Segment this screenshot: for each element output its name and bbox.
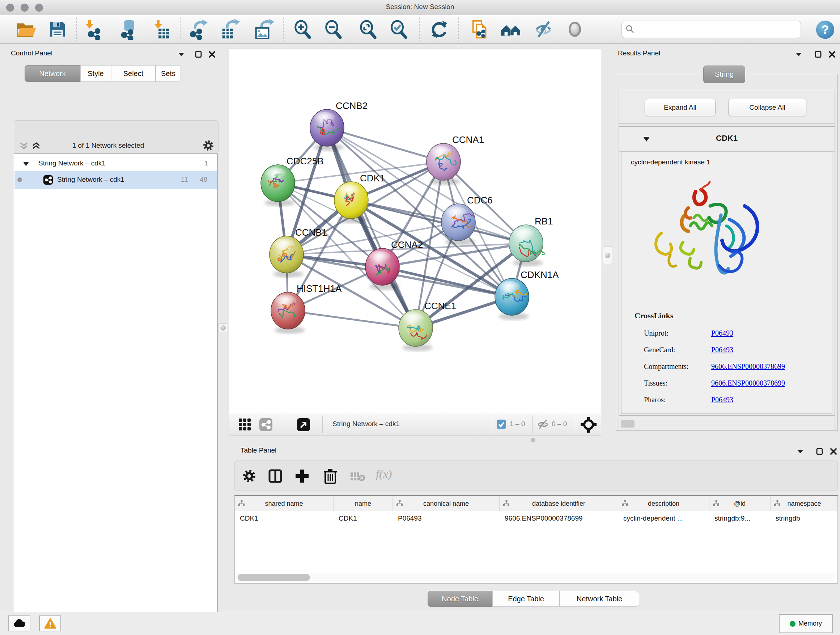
hide-panels-eye-slash-icon[interactable]: [534, 19, 554, 40]
table-cell[interactable]: CDK1: [333, 511, 393, 526]
export-image-icon[interactable]: [253, 19, 274, 40]
right-splitter-handle[interactable]: [603, 246, 612, 264]
crosslink-label: Compartments:: [644, 363, 688, 371]
crosslink-link[interactable]: P06493: [711, 329, 733, 337]
export-network-icon[interactable]: [189, 19, 210, 40]
network-canvas[interactable]: CCNB2CCNA1CDC25BCDK1CDC6RB1CCNB1CCNA2CDK…: [229, 48, 601, 414]
search-field[interactable]: [622, 21, 801, 38]
network-options-gear-icon[interactable]: [202, 140, 214, 151]
network-collection-row[interactable]: String Network – cdk1 1: [14, 157, 217, 171]
collapse-all-button[interactable]: Collapse All: [728, 99, 806, 116]
column-header-shared-name[interactable]: shared name: [235, 496, 333, 511]
expand-all-button[interactable]: Expand All: [645, 99, 715, 116]
table-panel-float-icon[interactable]: [796, 447, 805, 456]
import-string-network-icon[interactable]: [470, 19, 491, 40]
import-network-file-icon[interactable]: [83, 19, 104, 40]
table-cell[interactable]: CDK1: [235, 511, 333, 526]
selected-checkbox-icon[interactable]: [497, 420, 506, 429]
grid-view-icon[interactable]: [238, 418, 251, 431]
tab-network-table[interactable]: Network Table: [560, 591, 639, 607]
delete-column-trash-icon[interactable]: [323, 468, 338, 484]
birds-eye-share-icon[interactable]: [259, 418, 272, 431]
node-HIST1H1A[interactable]: HIST1H1A: [271, 283, 342, 334]
results-scrollbar-track[interactable]: [619, 418, 835, 430]
starter-panel-homes-icon[interactable]: [500, 19, 521, 40]
crosslink-link[interactable]: 9606.ENSP00000378699: [711, 363, 785, 371]
import-network-database-icon[interactable]: [118, 19, 139, 40]
node-CDKN1A[interactable]: CDKN1A: [495, 269, 559, 320]
delete-table-icon-disabled: [350, 471, 366, 482]
zoom-in-icon[interactable]: [292, 19, 313, 40]
left-splitter-handle[interactable]: [218, 323, 227, 332]
results-panel-maximize-icon[interactable]: [814, 50, 823, 59]
horizontal-splitter-handle[interactable]: [531, 438, 535, 442]
show-columns-icon[interactable]: [268, 469, 283, 483]
tab-select[interactable]: Select: [111, 65, 156, 82]
results-tab-string[interactable]: String: [703, 65, 745, 83]
zoom-out-icon[interactable]: [323, 19, 344, 40]
edge-HIST1H1A-CCNE1[interactable]: [288, 310, 416, 328]
column-label: canonical name: [423, 500, 469, 508]
gene-section-header[interactable]: CDK1: [619, 127, 835, 152]
shared-column-tree-icon: [503, 500, 510, 507]
edge-CCNB2-CCNE1[interactable]: [327, 128, 416, 328]
shared-column-tree-icon: [622, 500, 628, 507]
network-row-selected[interactable]: String Network – cdk1 11 48: [14, 171, 217, 189]
tab-network[interactable]: Network: [25, 65, 80, 82]
control-panel-float-icon[interactable]: [177, 50, 186, 59]
results-panel-close-icon[interactable]: [828, 50, 836, 59]
node-attribute-table[interactable]: shared namenamecanonical namedatabase id…: [234, 495, 838, 584]
search-input[interactable]: [638, 22, 798, 36]
tab-edge-table[interactable]: Edge Table: [493, 591, 560, 607]
column-header-name[interactable]: name: [333, 496, 393, 511]
crosslink-link[interactable]: P06493: [711, 346, 733, 354]
hidden-eye-slash-icon[interactable]: [537, 419, 549, 429]
node-RB1[interactable]: RB1: [509, 216, 553, 266]
tab-sets[interactable]: Sets: [156, 65, 181, 82]
tab-node-table[interactable]: Node Table: [428, 591, 493, 607]
column-header-canonical-name[interactable]: canonical name: [393, 496, 500, 511]
table-panel-maximize-icon[interactable]: [815, 447, 824, 456]
column-header-namespace[interactable]: namespace: [771, 496, 838, 511]
column-header-database-identifier[interactable]: database identifier: [500, 496, 618, 511]
cloud-status-button[interactable]: [8, 616, 30, 631]
table-cell[interactable]: stringdb: [771, 511, 838, 526]
tab-style[interactable]: Style: [80, 65, 111, 82]
network-graph[interactable]: CCNB2CCNA1CDC25BCDK1CDC6RB1CCNB1CCNA2CDK…: [229, 49, 601, 413]
table-settings-gear-icon[interactable]: [242, 469, 256, 483]
table-hscrollbar-thumb[interactable]: [238, 574, 310, 581]
results-scrollbar-thumb[interactable]: [621, 420, 635, 428]
warnings-button[interactable]: [39, 616, 61, 631]
table-cell[interactable]: cyclin-dependent ...: [618, 511, 709, 526]
open-session-icon[interactable]: [15, 19, 36, 40]
node-CCNA1[interactable]: CCNA1: [426, 134, 484, 185]
add-column-icon[interactable]: [295, 469, 309, 483]
table-cell[interactable]: stringdb:9...: [709, 511, 771, 526]
export-table-icon[interactable]: [219, 19, 240, 40]
results-panel-float-icon[interactable]: [794, 50, 803, 59]
table-row[interactable]: CDK1CDK1P064939606.ENSP00000378699cyclin…: [235, 511, 837, 526]
control-panel-maximize-icon[interactable]: [194, 50, 203, 59]
refresh-view-icon[interactable]: [429, 19, 450, 40]
node-CCNB2[interactable]: CCNB2: [310, 100, 368, 151]
column-header-description[interactable]: description: [618, 496, 709, 511]
open-in-new-window-icon[interactable]: [297, 418, 310, 431]
memory-button[interactable]: Memory: [779, 614, 833, 633]
table-cell[interactable]: P06493: [393, 511, 500, 526]
crosslink-link[interactable]: 9606.ENSP00000378699: [711, 379, 785, 387]
zoom-fit-content-icon[interactable]: [357, 19, 378, 40]
save-session-icon[interactable]: [47, 19, 68, 40]
graphics-details-eye-icon[interactable]: [565, 19, 586, 40]
zoom-selected-icon[interactable]: [388, 19, 409, 40]
move-target-icon[interactable]: [581, 417, 597, 432]
help-icon[interactable]: ?: [815, 19, 836, 40]
import-table-icon[interactable]: [150, 19, 171, 40]
control-panel-close-icon[interactable]: [208, 50, 216, 59]
table-panel-close-icon[interactable]: [829, 447, 838, 456]
column-header--id[interactable]: @id: [709, 496, 771, 511]
table-cell[interactable]: 9606.ENSP00000378699: [500, 511, 618, 526]
collection-expander-icon[interactable]: [22, 161, 30, 167]
crosslink-link[interactable]: P06493: [711, 396, 733, 404]
table-hscrollbar-track[interactable]: [236, 573, 835, 582]
network-status-dot-icon: [17, 177, 22, 182]
